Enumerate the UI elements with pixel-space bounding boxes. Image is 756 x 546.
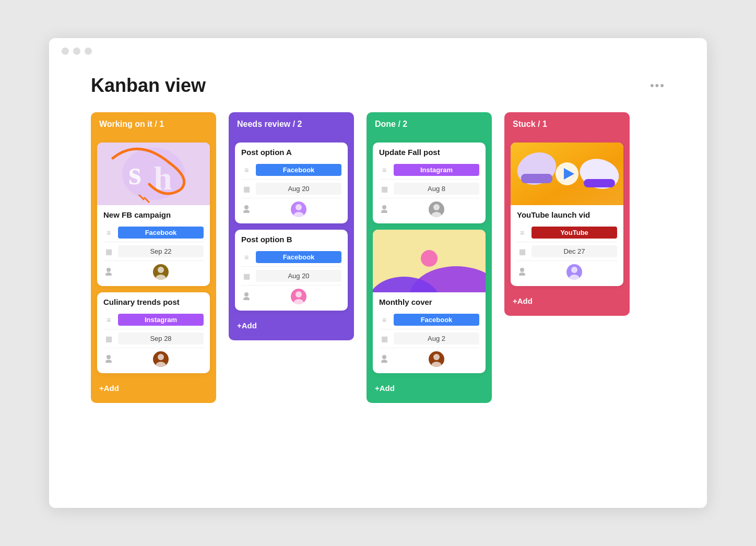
card-platform-row: ≡ Facebook xyxy=(103,223,204,242)
card-date: Aug 8 xyxy=(394,183,479,195)
svg-point-30 xyxy=(382,355,386,359)
app-window: Kanban view ••• Working on it / 1 s h Ne… xyxy=(49,38,707,508)
card-body: Update Fall post ≡ Instagram ▦ Aug 8 xyxy=(373,143,486,223)
dot-2 xyxy=(73,48,80,55)
calendar-icon: ▦ xyxy=(241,185,252,193)
card-title: YouTube launch vid xyxy=(517,210,617,219)
card-date-row: ▦ Aug 20 xyxy=(241,180,341,198)
svg-point-16 xyxy=(296,204,302,210)
card-post-b: Post option B ≡ Facebook ▦ Aug 20 xyxy=(235,230,348,311)
card-assignee-row xyxy=(103,261,204,283)
card-title: Monthly cover xyxy=(379,298,479,306)
card-fall-post: Update Fall post ≡ Instagram ▦ Aug 8 xyxy=(373,143,486,223)
person-icon xyxy=(379,205,389,215)
card-platform-row: ≡ Facebook xyxy=(379,311,479,329)
card-date: Aug 20 xyxy=(256,270,341,282)
card-date: Sep 28 xyxy=(118,333,204,345)
dot-3 xyxy=(85,48,92,55)
svg-point-13 xyxy=(156,362,166,367)
platform-badge[interactable]: Instagram xyxy=(394,164,479,176)
svg-point-33 xyxy=(431,362,442,367)
platform-badge[interactable]: Facebook xyxy=(394,314,479,326)
card-body: Monthly cover ≡ Facebook ▦ Aug 2 xyxy=(373,292,486,373)
lines-icon: ≡ xyxy=(517,229,527,237)
svg-point-11 xyxy=(105,360,112,363)
platform-badge[interactable]: Instagram xyxy=(118,314,204,326)
calendar-icon: ▦ xyxy=(379,185,389,193)
calendar-icon: ▦ xyxy=(517,247,527,256)
card-platform-row: ≡ Instagram xyxy=(103,311,204,329)
card-date-row: ▦ Sep 22 xyxy=(103,242,204,261)
avatar-cell xyxy=(394,201,479,217)
card-platform-row: ≡ Facebook xyxy=(241,248,341,267)
platform-badge[interactable]: YouTube xyxy=(531,227,617,239)
avatar-cell xyxy=(256,201,341,217)
column-header-working: Working on it / 1 xyxy=(91,112,216,136)
svg-point-8 xyxy=(158,267,164,273)
svg-point-44 xyxy=(569,275,580,280)
avatar-cell xyxy=(531,264,617,280)
card-title: Post option A xyxy=(241,148,341,157)
card-date-row: ▦ Aug 20 xyxy=(241,267,341,286)
person-icon xyxy=(379,354,389,364)
svg-point-6 xyxy=(107,268,111,272)
more-menu-button[interactable]: ••• xyxy=(650,79,665,92)
column-body-working: s h New FB campaign ≡ Facebook ▦ Sep 22 xyxy=(91,136,216,403)
add-card-button-working[interactable]: +Add xyxy=(97,379,210,397)
card-date-row: ▦ Sep 28 xyxy=(103,329,204,348)
lines-icon: ≡ xyxy=(103,316,114,324)
card-yt-launch: YouTube launch vid ≡ YouTube ▦ Dec 27 xyxy=(511,143,623,286)
card-date-row: ▦ Dec 27 xyxy=(517,242,617,261)
column-header-review: Needs review / 2 xyxy=(229,112,354,136)
svg-point-17 xyxy=(293,212,304,217)
platform-badge[interactable]: Facebook xyxy=(118,227,204,239)
person-icon xyxy=(103,267,114,277)
card-assignee-row xyxy=(241,286,341,307)
card-post-a: Post option A ≡ Facebook ▦ Aug 20 xyxy=(235,143,348,223)
platform-badge[interactable]: Facebook xyxy=(256,164,341,176)
calendar-icon: ▦ xyxy=(103,247,114,256)
dot-1 xyxy=(62,48,69,55)
svg-point-22 xyxy=(382,205,386,209)
column-stuck: Stuck / 1 xyxy=(504,112,630,316)
svg-point-10 xyxy=(107,355,111,359)
card-date: Dec 27 xyxy=(531,245,617,257)
column-header-stuck: Stuck / 1 xyxy=(504,112,630,136)
column-body-review: Post option A ≡ Facebook ▦ Aug 20 xyxy=(229,136,354,340)
column-header-done: Done / 2 xyxy=(367,112,492,136)
card-date-row: ▦ Aug 8 xyxy=(379,180,479,198)
lines-icon: ≡ xyxy=(379,316,389,324)
svg-point-14 xyxy=(244,205,249,209)
lines-icon: ≡ xyxy=(241,253,252,262)
avatar-cell xyxy=(394,351,479,367)
svg-point-12 xyxy=(158,354,164,360)
card-title: New FB campaign xyxy=(103,210,204,219)
person-icon xyxy=(241,205,252,215)
card-body: New FB campaign ≡ Facebook ▦ Sep 22 xyxy=(97,205,210,286)
column-working: Working on it / 1 s h New FB campaign ≡ … xyxy=(91,112,216,403)
add-card-button-stuck[interactable]: +Add xyxy=(511,292,623,310)
card-body: Culinary trends post ≡ Instagram ▦ Sep 2… xyxy=(97,292,210,373)
card-new-fb: s h New FB campaign ≡ Facebook ▦ Sep 22 xyxy=(97,143,210,286)
lines-icon: ≡ xyxy=(103,229,114,237)
card-body: YouTube launch vid ≡ YouTube ▦ Dec 27 xyxy=(511,205,623,286)
card-assignee-row xyxy=(241,198,341,220)
page-header: Kanban view ••• xyxy=(49,64,707,112)
lines-icon: ≡ xyxy=(379,166,389,174)
calendar-icon: ▦ xyxy=(379,335,389,343)
svg-point-31 xyxy=(381,360,387,363)
platform-badge[interactable]: Facebook xyxy=(256,251,341,263)
add-card-button-done[interactable]: +Add xyxy=(373,379,486,397)
card-platform-row: ≡ YouTube xyxy=(517,223,617,242)
svg-point-18 xyxy=(244,292,249,296)
card-monthly: Monthly cover ≡ Facebook ▦ Aug 2 xyxy=(373,230,486,373)
card-platform-row: ≡ Facebook xyxy=(241,161,341,180)
add-card-button-review[interactable]: +Add xyxy=(235,317,348,334)
svg-point-20 xyxy=(296,291,302,298)
card-title: Post option B xyxy=(241,235,341,244)
svg-point-9 xyxy=(156,275,166,280)
card-title: Update Fall post xyxy=(379,148,479,157)
card-body: Post option B ≡ Facebook ▦ Aug 20 xyxy=(235,230,348,311)
svg-point-25 xyxy=(431,212,442,217)
svg-point-41 xyxy=(520,268,524,272)
